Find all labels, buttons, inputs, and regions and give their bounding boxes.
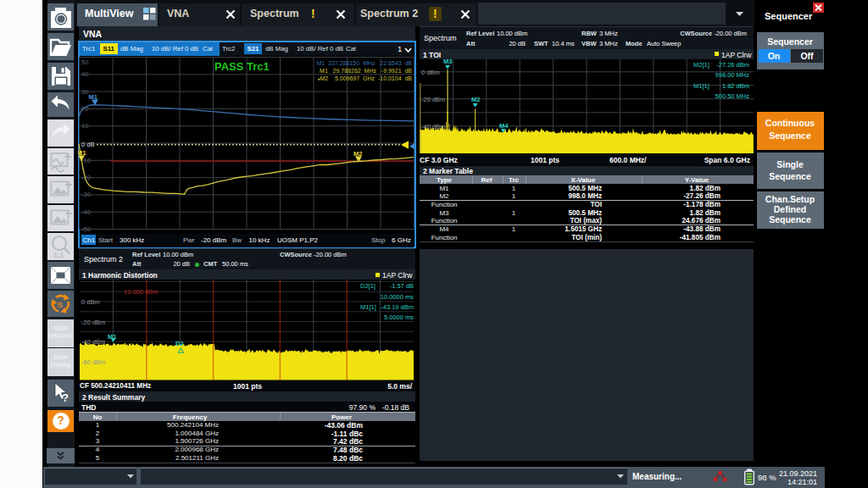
svg-text:S: S (58, 300, 63, 309)
svg-text:M1: M1 (78, 149, 86, 157)
svg-text:?: ? (62, 391, 69, 404)
svg-text:1:1: 1:1 (53, 251, 64, 259)
